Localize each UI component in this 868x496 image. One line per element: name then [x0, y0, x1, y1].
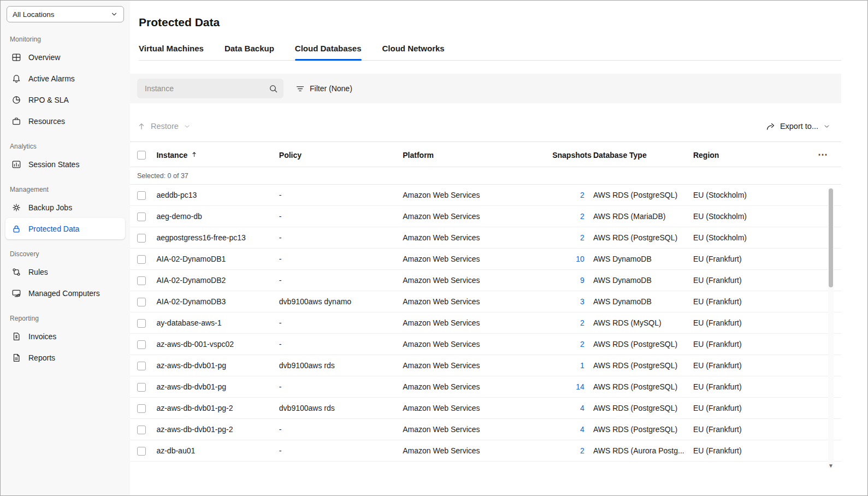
platform-cell: Amazon Web Services [398, 185, 548, 206]
snapshots-link[interactable]: 2 [580, 233, 584, 242]
snapshots-link[interactable]: 2 [580, 340, 584, 349]
scrollbar-down-arrow-icon[interactable]: ▼ [828, 463, 834, 469]
snapshots-link[interactable]: 10 [576, 255, 584, 263]
snapshots-link[interactable]: 2 [580, 446, 584, 455]
column-header-policy[interactable]: Policy [275, 142, 398, 167]
row-checkbox[interactable] [137, 255, 146, 264]
table-scrollbar[interactable]: ▼ [828, 187, 834, 469]
row-checkbox[interactable] [137, 319, 146, 328]
table-row[interactable]: az-aws-db-001-vspc02 - Amazon Web Servic… [130, 334, 841, 355]
policy-cell: dvb9100aws rds [275, 398, 398, 419]
region-cell: EU (Frankfurt) [689, 334, 796, 355]
platform-cell: Amazon Web Services [398, 376, 548, 398]
snapshots-link[interactable]: 2 [580, 318, 584, 327]
sidebar-item-backup-jobs[interactable]: Backup Jobs [5, 197, 125, 218]
search-box [137, 79, 284, 98]
bell-icon [11, 73, 21, 84]
sidebar-item-invoices[interactable]: Invoices [5, 326, 125, 347]
policy-cell: - [275, 185, 398, 206]
platform-cell: Amazon Web Services [398, 355, 548, 376]
column-header-region[interactable]: Region [689, 142, 796, 167]
search-input[interactable] [144, 84, 269, 93]
filter-button[interactable]: Filter (None) [296, 84, 352, 93]
sidebar-item-protected-data[interactable]: Protected Data [5, 218, 125, 239]
snapshots-link[interactable]: 14 [576, 382, 584, 391]
row-checkbox[interactable] [137, 276, 146, 285]
region-cell: EU (Frankfurt) [689, 270, 796, 291]
instance-cell: AIA-02-DynamoDB1 [152, 249, 274, 270]
row-checkbox[interactable] [137, 234, 146, 243]
platform-cell: Amazon Web Services [398, 291, 548, 312]
table-row[interactable]: az-aws-db-dvb01-pg-2 dvb9100aws rds Amaz… [130, 398, 841, 419]
row-checkbox[interactable] [137, 362, 146, 370]
snapshots-link[interactable]: 1 [580, 361, 584, 370]
rpo-sla-icon [11, 95, 21, 105]
sidebar-item-session-states[interactable]: Session States [5, 153, 125, 175]
snapshots-link[interactable]: 9 [580, 276, 584, 285]
row-checkbox[interactable] [137, 404, 146, 413]
column-header-database-type[interactable]: Database Type [585, 142, 689, 167]
row-checkbox[interactable] [137, 383, 146, 392]
row-actions-cell [796, 440, 841, 462]
table-row[interactable]: AIA-02-DynamoDB1 - Amazon Web Services 1… [130, 249, 841, 270]
location-selector[interactable]: All Locations [7, 6, 124, 22]
sidebar-item-active-alarms[interactable]: Active Alarms [5, 68, 125, 89]
row-checkbox[interactable] [137, 191, 146, 200]
instance-cell: az-db-au01 [152, 440, 274, 462]
snapshots-link[interactable]: 2 [580, 191, 584, 199]
sidebar-item-reports[interactable]: Reports [5, 347, 125, 368]
database-type-cell: AWS RDS (PostgreSQL) [585, 419, 689, 440]
table-row[interactable]: az-db-au01 - Amazon Web Services 2 AWS R… [130, 440, 841, 462]
database-type-cell: AWS DynamoDB [585, 270, 689, 291]
selection-summary: Selected: 0 of 37 [130, 167, 841, 185]
region-cell: EU (Frankfurt) [689, 355, 796, 376]
reports-icon [11, 352, 21, 363]
tab-data-backup[interactable]: Data Backup [225, 44, 274, 60]
app-window: All Locations Monitoring Overview Active… [0, 0, 868, 496]
column-header-snapshots[interactable]: Snapshots [548, 142, 585, 167]
database-type-cell: AWS RDS (PostgreSQL) [585, 334, 689, 355]
platform-cell: Amazon Web Services [398, 312, 548, 334]
table-row[interactable]: az-aws-db-dvb01-pg dvb9100aws rds Amazon… [130, 355, 841, 376]
sidebar-item-rules[interactable]: Rules [5, 261, 125, 282]
column-options-ellipsis-icon[interactable]: ⋯ [818, 149, 828, 160]
snapshots-link[interactable]: 4 [580, 425, 584, 434]
sort-instance-button[interactable]: Instance [156, 151, 198, 160]
selection-summary-row: Selected: 0 of 37 [130, 167, 841, 185]
table-row[interactable]: az-aws-db-dvb01-pg - Amazon Web Services… [130, 376, 841, 398]
table-row[interactable]: aegpostgress16-free-pc13 - Amazon Web Se… [130, 227, 841, 249]
row-checkbox[interactable] [137, 212, 146, 221]
restore-button[interactable]: Restore [137, 122, 191, 131]
table-row[interactable]: aeg-demo-db - Amazon Web Services 2 AWS … [130, 206, 841, 227]
snapshots-link[interactable]: 4 [580, 404, 584, 412]
restore-icon [137, 122, 146, 131]
tab-cloud-networks[interactable]: Cloud Networks [382, 44, 445, 60]
table-row[interactable]: az-aws-db-dvb01-pg-2 - Amazon Web Servic… [130, 419, 841, 440]
table-row[interactable]: AIA-02-DynamoDB3 dvb9100aws dynamo Amazo… [130, 291, 841, 312]
row-checkbox[interactable] [137, 340, 146, 349]
scrollbar-thumb[interactable] [829, 188, 833, 287]
table-toolbar: Restore Export to... [130, 111, 841, 142]
sidebar-item-rpo-sla[interactable]: RPO & SLA [5, 89, 125, 110]
row-checkbox[interactable] [137, 298, 146, 306]
table-row[interactable]: aeddb-pc13 - Amazon Web Services 2 AWS R… [130, 185, 841, 206]
sidebar-item-managed-computers[interactable]: Managed Computers [5, 282, 125, 304]
table-row[interactable]: ay-database-aws-1 - Amazon Web Services … [130, 312, 841, 334]
policy-cell: - [275, 227, 398, 249]
export-button[interactable]: Export to... [766, 122, 830, 131]
table-row[interactable]: AIA-02-DynamoDB2 - Amazon Web Services 9… [130, 270, 841, 291]
tab-cloud-databases[interactable]: Cloud Databases [295, 44, 362, 60]
snapshots-link[interactable]: 3 [580, 297, 584, 306]
select-all-checkbox[interactable] [137, 151, 146, 160]
snapshots-link[interactable]: 2 [580, 212, 584, 221]
row-checkbox[interactable] [137, 447, 146, 456]
sidebar-item-resources[interactable]: Resources [5, 110, 125, 132]
row-actions-cell [796, 419, 841, 440]
search-icon[interactable] [269, 84, 278, 93]
sidebar-item-overview[interactable]: Overview [5, 46, 125, 68]
export-icon [766, 122, 775, 131]
tab-virtual-machines[interactable]: Virtual Machines [139, 44, 204, 60]
rules-icon [11, 267, 21, 277]
column-header-platform[interactable]: Platform [398, 142, 548, 167]
row-checkbox[interactable] [137, 426, 146, 434]
